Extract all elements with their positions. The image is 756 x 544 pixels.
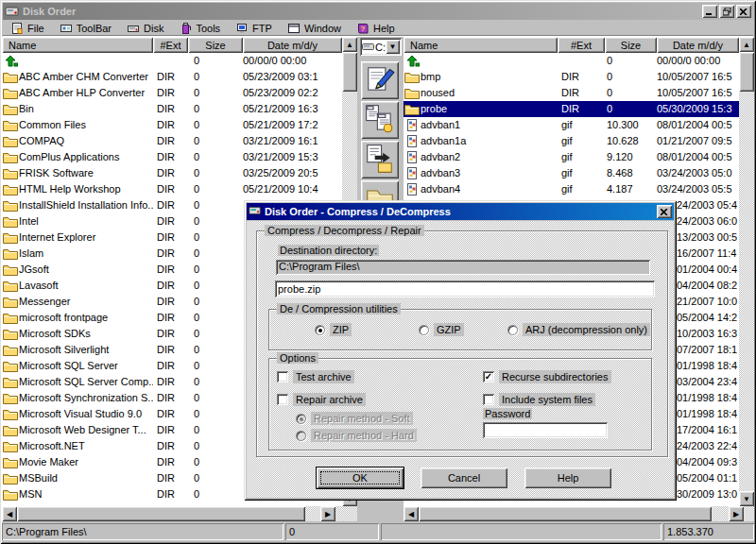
file-row[interactable]: 000/00/0 00:00 <box>2 53 342 69</box>
file-ext: DIR <box>153 246 188 262</box>
copy-button[interactable] <box>361 101 399 139</box>
file-row-advban4[interactable]: advban4gif4.18703/24/2003 05:5 <box>404 181 739 197</box>
menu-item-toolbar[interactable]: ToolBar <box>52 21 119 36</box>
file-size: 0 <box>188 310 243 326</box>
file-row-bmp[interactable]: bmpDIR010/05/2007 16:5 <box>404 69 739 85</box>
file-row-common-files[interactable]: Common FilesDIR005/21/2009 17:2 <box>2 117 342 133</box>
file-size: 0 <box>605 101 657 117</box>
file-row-frisk-software[interactable]: FRISK SoftwareDIR003/25/2009 20:5 <box>2 165 342 181</box>
scroll-down-icon[interactable]: ▼ <box>739 491 754 506</box>
file-date: 05/30/2009 15:3 <box>657 101 739 117</box>
folder-icon <box>2 165 19 181</box>
scroll-up-icon[interactable]: ▲ <box>342 37 357 52</box>
file-ext: DIR <box>153 422 188 438</box>
column-header-name[interactable]: Name <box>404 37 558 53</box>
column-header-ext[interactable]: #Ext <box>153 37 188 53</box>
column-header-date-m-d-y[interactable]: Date m/d/y <box>243 37 342 53</box>
file-row-advban1a[interactable]: advban1agif10.62801/21/2007 09:5 <box>404 133 739 149</box>
right-vertical-scrollbar[interactable]: ▲ ▼ <box>739 37 754 506</box>
left-hscroll-thumb[interactable] <box>17 506 305 521</box>
file-name: Bin <box>19 101 153 117</box>
edit-button[interactable] <box>361 61 399 99</box>
file-row-complus-applications[interactable]: ComPlus ApplicationsDIR003/21/2009 15:3 <box>2 149 342 165</box>
folder-icon <box>2 470 19 486</box>
file-row-advban2[interactable]: advban2gif9.12008/01/2004 00:5 <box>404 149 739 165</box>
right-vscroll-thumb[interactable] <box>739 52 754 92</box>
file-size: 0 <box>188 213 243 230</box>
group-label: Compress / Decompress / Repair <box>265 225 424 236</box>
column-header-size[interactable]: Size <box>605 37 657 53</box>
ok-button[interactable]: OK <box>317 468 404 488</box>
radio-arj-decompression-only[interactable]: ARJ (decompression only) <box>507 323 650 336</box>
folder-icon <box>404 85 421 101</box>
right-hscroll-thumb[interactable] <box>419 506 712 521</box>
file-row-html-help-workshop[interactable]: HTML Help WorkshopDIR005/21/2009 10:4 <box>2 181 342 197</box>
menu-item-tools[interactable]: Tools <box>171 21 228 36</box>
file-ext: DIR <box>153 454 188 470</box>
minimize-button[interactable] <box>702 5 717 18</box>
column-header-name[interactable]: Name <box>2 37 153 53</box>
file-row-noused[interactable]: nousedDIR010/05/2007 16:5 <box>404 85 739 101</box>
file-size: 0 <box>188 69 243 85</box>
folder-icon <box>2 85 19 101</box>
file-ext: DIR <box>153 85 188 101</box>
file-size: 0 <box>605 69 657 85</box>
column-header-ext[interactable]: #Ext <box>558 37 605 53</box>
toolbar-icon <box>60 22 73 35</box>
menu-bar: FileToolBarDiskToolsFTPWindow?Help <box>3 21 753 36</box>
file-row-abc-amber-hlp-converter[interactable]: ABC Amber HLP ConverterDIR005/23/2009 02… <box>2 85 342 101</box>
help-button[interactable]: Help <box>524 468 611 488</box>
file-row-advban1[interactable]: advban1gif10.30008/01/2004 00:5 <box>404 117 739 133</box>
menu-item-disk[interactable]: Disk <box>119 21 171 36</box>
file-row-advban3[interactable]: advban3gif8.46803/24/2003 05:0 <box>404 165 739 181</box>
checkbox-include-system-files[interactable]: Include system files <box>483 393 595 406</box>
file-row[interactable]: 000/00/0 00:00 <box>404 53 739 69</box>
checkbox-test-archive[interactable]: Test archive <box>277 370 354 383</box>
gif-icon <box>404 117 421 133</box>
menu-item-ftp[interactable]: FTP <box>228 21 280 36</box>
right-horizontal-scrollbar[interactable]: ◀ ▶ <box>404 506 754 521</box>
checkbox-repair-archive[interactable]: Repair archive <box>277 393 366 406</box>
chevron-down-icon[interactable]: ▼ <box>386 40 400 54</box>
scroll-right-icon[interactable]: ▶ <box>320 506 335 521</box>
column-header-size[interactable]: Size <box>188 37 243 53</box>
move-button[interactable] <box>361 141 399 178</box>
column-header-date-m-d-y[interactable]: Date m/d/y <box>657 37 739 53</box>
restore-button[interactable] <box>719 5 734 18</box>
menu-item-file[interactable]: File <box>3 21 52 36</box>
radio-gzip[interactable]: GZIP <box>419 323 464 336</box>
menu-item-help[interactable]: ?Help <box>349 21 403 36</box>
file-size: 0 <box>188 342 243 358</box>
file-ext: DIR <box>558 101 605 117</box>
file-size: 0 <box>188 230 243 246</box>
left-status-size: 0 <box>285 523 379 540</box>
close-button[interactable] <box>736 5 751 18</box>
dialog-close-icon[interactable] <box>657 205 672 218</box>
left-horizontal-scrollbar[interactable]: ◀ ▶ <box>2 506 357 521</box>
radio-zip[interactable]: ZIP <box>315 323 352 336</box>
checkbox-recurse-subdirectories[interactable]: ✓Recurse subdirectories <box>483 370 611 383</box>
radio-repair-method-hard: Repair method - Hard <box>296 429 417 442</box>
file-ext: DIR <box>153 326 188 342</box>
file-size: 8.468 <box>605 165 657 181</box>
menu-item-window[interactable]: Window <box>280 21 349 36</box>
scroll-left-icon[interactable]: ◀ <box>404 506 419 521</box>
file-row-abc-amber-chm-converter[interactable]: ABC Amber CHM ConverterDIR005/23/2009 03… <box>2 69 342 85</box>
scroll-left-icon[interactable]: ◀ <box>2 506 17 521</box>
password-input[interactable] <box>483 422 608 438</box>
file-row-probe[interactable]: probeDIR005/30/2009 15:3 <box>404 101 739 117</box>
drive-selector[interactable]: C:\ ▼ <box>360 38 402 56</box>
scroll-right-icon[interactable]: ▶ <box>729 506 744 521</box>
file-row-compaq[interactable]: COMPAQDIR003/21/2009 16:1 <box>2 133 342 149</box>
file-date: 05/23/2009 03:1 <box>243 69 342 85</box>
file-row-bin[interactable]: BinDIR005/21/2009 16:3 <box>2 101 342 117</box>
file-date: 08/01/2004 00:5 <box>657 149 739 165</box>
folder-icon <box>2 69 19 85</box>
file-date: 10/05/2007 16:5 <box>657 69 739 85</box>
cancel-button[interactable]: Cancel <box>421 468 507 488</box>
scroll-up-icon[interactable]: ▲ <box>739 37 754 52</box>
file-date: 10/05/2007 16:5 <box>657 85 739 101</box>
left-vscroll-thumb[interactable] <box>342 52 357 92</box>
file-size: 0 <box>188 294 243 310</box>
archive-name-input[interactable] <box>275 280 655 298</box>
